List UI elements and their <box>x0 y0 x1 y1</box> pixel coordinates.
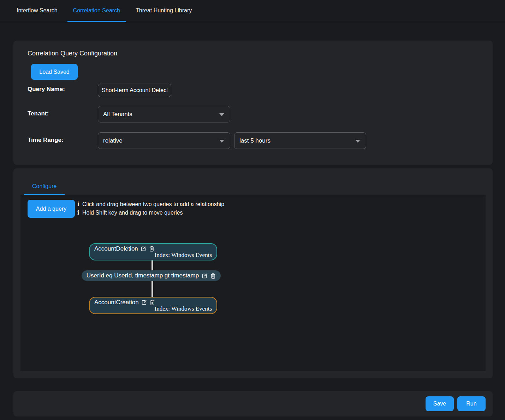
info-icon: i <box>77 201 79 208</box>
query-node-account-deletion[interactable]: AccountDeletion <box>89 243 217 260</box>
footer-action-panel: Save Run <box>13 391 493 416</box>
query-node-title-row: AccountDeletion <box>90 244 216 252</box>
time-range-type-value: relative <box>103 137 123 144</box>
tab-label: Correlation Search <box>73 7 120 14</box>
add-query-button[interactable]: Add a query <box>28 200 75 218</box>
tab-label: Threat Hunting Library <box>136 7 192 14</box>
caret-down-icon <box>219 113 224 116</box>
time-range-value: last 5 hours <box>239 137 271 144</box>
hint-relationship: i Click and drag between two queries to … <box>77 201 224 208</box>
hint-text: Hold Shift key and drag to move queries <box>82 209 183 216</box>
edit-query-icon[interactable] <box>141 246 147 252</box>
query-name-input[interactable] <box>98 84 171 97</box>
query-node-account-creation[interactable]: AccountCreation <box>89 297 217 314</box>
relationship-node[interactable]: UserId eq UserId, timestamp gt timestamp <box>82 270 221 281</box>
query-node-index: Index: Windows Events <box>90 305 216 312</box>
info-icon: i <box>77 209 79 216</box>
tenant-selected-value: All Tenants <box>103 111 132 118</box>
correlation-search-page: Interflow Search Correlation Search Thre… <box>0 0 505 420</box>
query-node-title-row: AccountCreation <box>90 298 216 306</box>
query-node-name: AccountDeletion <box>94 245 138 252</box>
panel-title: Correlation Query Configuration <box>28 49 117 57</box>
load-saved-button[interactable]: Load Saved <box>31 64 78 80</box>
caret-down-icon <box>219 140 224 143</box>
tenant-label: Tenant: <box>28 110 49 117</box>
hint-text: Click and drag between two queries to ad… <box>82 201 224 208</box>
tab-threat-hunting-library[interactable]: Threat Hunting Library <box>130 0 197 22</box>
hint-move: i Hold Shift key and drag to move querie… <box>77 209 183 216</box>
tab-interflow-search[interactable]: Interflow Search <box>11 0 63 22</box>
edit-query-icon[interactable] <box>141 299 147 305</box>
delete-query-icon[interactable] <box>150 299 155 305</box>
query-node-name: AccountCreation <box>94 299 139 306</box>
caret-down-icon <box>355 140 360 143</box>
delete-relationship-icon[interactable] <box>210 273 216 279</box>
configure-panel: Configure Add a query i Click and drag b… <box>13 168 493 378</box>
time-range-label: Time Range: <box>28 137 64 144</box>
top-tab-bar: Interflow Search Correlation Search Thre… <box>0 0 505 22</box>
tab-correlation-search[interactable]: Correlation Search <box>67 0 126 22</box>
query-name-label: Query Name: <box>28 86 65 93</box>
query-graph-canvas[interactable]: Add a query i Click and drag between two… <box>20 195 486 371</box>
tab-label: Interflow Search <box>17 7 58 14</box>
delete-query-icon[interactable] <box>149 246 154 252</box>
edit-relationship-icon[interactable] <box>202 273 208 279</box>
tenant-select[interactable]: All Tenants <box>98 106 230 122</box>
query-node-index: Index: Windows Events <box>90 252 216 259</box>
tab-label: Configure <box>32 183 57 190</box>
save-button[interactable]: Save <box>426 396 454 411</box>
time-range-type-select[interactable]: relative <box>98 132 230 149</box>
tab-configure[interactable]: Configure <box>24 178 65 195</box>
relationship-label: UserId eq UserId, timestamp gt timestamp <box>87 272 199 279</box>
correlation-query-configuration-panel: Correlation Query Configuration Load Sav… <box>13 41 493 165</box>
run-button[interactable]: Run <box>457 396 486 411</box>
time-range-value-select[interactable]: last 5 hours <box>234 132 366 149</box>
